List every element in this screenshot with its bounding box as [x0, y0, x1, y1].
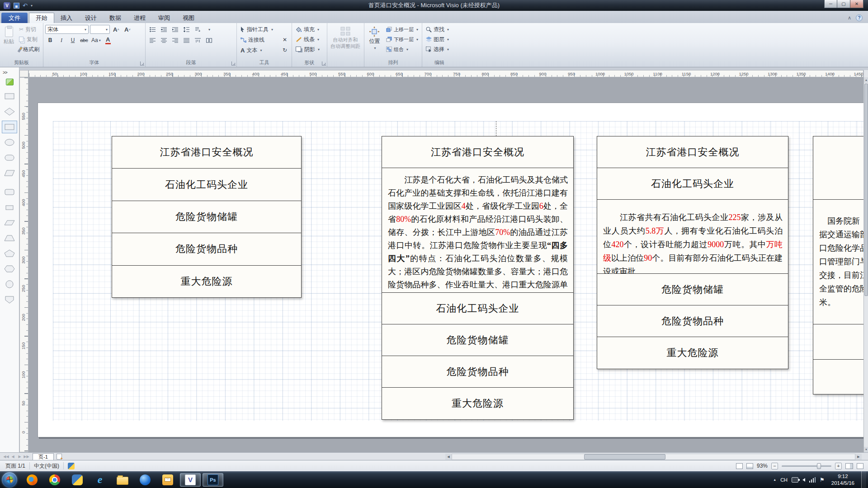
flow-box-province-intro[interactable]: 江苏省港口安全概况 江苏是个石化大省，石油化工码头及其仓储式石化产业的基础支撑和…	[382, 136, 574, 420]
previous-page-button[interactable]: ◀	[9, 455, 16, 459]
horizontal-scroll-thumb[interactable]	[584, 454, 665, 460]
align-center-button[interactable]	[159, 36, 169, 45]
vertical-scrollbar[interactable]: ▲ ▼	[863, 70, 868, 452]
position-button[interactable]: 位置▾	[366, 25, 383, 54]
shape-row[interactable]: 江苏省港口安全概况	[112, 136, 301, 169]
italic-button[interactable]: I	[57, 36, 66, 45]
page-tab[interactable]: 页-1	[33, 453, 54, 460]
maximize-button[interactable]: ▢	[837, 0, 850, 8]
undo-icon[interactable]: ↶	[23, 3, 28, 9]
line-button[interactable]: 线条▾	[294, 35, 325, 44]
stencil-shape-stadium[interactable]	[2, 151, 17, 164]
taskbar-photoshop-icon[interactable]: Ps	[203, 473, 223, 487]
shape-row[interactable]	[813, 360, 863, 394]
scroll-right-icon[interactable]: ▶	[855, 454, 862, 460]
freeform-tool-button[interactable]: ↻	[280, 46, 290, 55]
visio-app-icon[interactable]: V	[4, 2, 10, 9]
grow-font-button[interactable]: A˄	[111, 25, 121, 34]
stencil-shape-rectangle-2[interactable]	[2, 201, 17, 214]
language-bar-icon[interactable]	[68, 463, 75, 469]
justify-button[interactable]	[181, 36, 191, 45]
intro-paragraph[interactable]: 江苏是个石化大省，石油化工码头及其仓储式石化产业的基础支撑和生命线，依托沿江港口…	[382, 168, 573, 293]
stencil-shape-circle[interactable]	[2, 278, 17, 291]
page-indicator[interactable]: 页面 1/1	[0, 462, 25, 470]
page-width-view-icon[interactable]	[746, 463, 753, 469]
shape-row[interactable]: 危险货物品种	[382, 356, 573, 388]
help-icon[interactable]: ?	[856, 14, 863, 21]
ime-indicator[interactable]: CH	[780, 477, 788, 483]
increase-indent-button[interactable]	[170, 25, 180, 34]
taskbar-outlook-icon[interactable]	[157, 473, 178, 487]
font-dialog-launcher[interactable]	[140, 61, 144, 66]
taskbar-ie-icon[interactable]: e	[90, 473, 110, 487]
shadow-button[interactable]: 阴影▾	[294, 45, 325, 54]
taskbar-firefox-icon[interactable]	[22, 473, 42, 487]
stencil-shape-pentagon[interactable]	[2, 247, 17, 260]
hidden-icons-button[interactable]: ▲	[773, 478, 776, 481]
layers-button[interactable]: 图层▾	[424, 35, 455, 44]
shape-row[interactable]: 江苏省港口安全概况	[597, 136, 788, 168]
columns-button[interactable]	[204, 36, 214, 45]
network-icon[interactable]	[809, 477, 816, 483]
paragraph-dialog-launcher[interactable]	[231, 61, 236, 66]
fill-button[interactable]: 填充▾	[294, 25, 325, 34]
font-size-select[interactable]: ▾	[90, 25, 110, 34]
taskbar-chrome-icon[interactable]	[44, 473, 65, 487]
flow-box-clipped[interactable]: 国务院新《据交通运输部和口危险化学品安口管理部门与安交接，目前江苏全监管的危险货…	[813, 136, 863, 394]
shape-row[interactable]	[813, 324, 863, 360]
stencil-shape-rounded-rectangle[interactable]	[2, 186, 17, 198]
taskbar-python-icon[interactable]	[67, 473, 88, 487]
start-button[interactable]	[2, 472, 17, 488]
change-case-button[interactable]: Aa▾	[90, 36, 102, 45]
shape-row[interactable]: 危险货物储罐	[382, 324, 573, 356]
shrink-font-button[interactable]: A˅	[123, 25, 132, 34]
paragraph-options-button[interactable]: ▾	[204, 25, 214, 34]
shape-row[interactable]: 危险货物品种	[597, 305, 788, 337]
auto-align-button[interactable]: 自动对齐和 自动调整间距	[329, 25, 362, 50]
stencil-icon[interactable]	[6, 79, 14, 85]
font-name-select[interactable]: 宋体▾	[45, 25, 89, 34]
connector-button[interactable]: 连接线	[239, 35, 278, 44]
taskbar-visio-icon[interactable]: V	[180, 473, 201, 487]
close-button[interactable]: ✕	[850, 0, 863, 8]
cut-button[interactable]: ✂ 剪切	[17, 25, 41, 34]
shape-dialog-launcher[interactable]	[322, 61, 326, 66]
horizontal-scrollbar[interactable]: ◀ ▶	[445, 453, 862, 460]
last-page-button[interactable]: ▶▶	[23, 455, 30, 459]
shape-row[interactable]	[813, 136, 863, 200]
stencil-shape-trapezoid[interactable]	[2, 232, 17, 244]
shape-row[interactable]: 石油化工码头企业	[382, 293, 573, 324]
drawing-canvas[interactable]: 江苏省港口安全概况 石油化工码头企业 危险货物储罐 危险货物品种 重大危险源 江…	[28, 77, 863, 452]
shape-row[interactable]: 石油化工码头企业	[597, 168, 788, 200]
find-button[interactable]: 查找▾	[424, 25, 455, 34]
clipped-paragraph[interactable]: 国务院新《据交通运输部和口危险化学品安口管理部门与安交接，目前江苏全监管的危险货…	[813, 200, 863, 324]
bold-button[interactable]: B	[45, 36, 55, 45]
shape-row[interactable]: 危险货物品种	[112, 233, 301, 265]
shape-row[interactable]: 危险货物储罐	[597, 274, 788, 305]
stencil-shape-parallelogram[interactable]	[2, 167, 17, 179]
shape-row[interactable]: 重大危险源	[382, 388, 573, 419]
scroll-left-icon[interactable]: ◀	[445, 454, 452, 460]
shape-row[interactable]: 重大危险源	[597, 337, 788, 369]
vertical-ruler[interactable]: 550500450400350300250200150100500	[19, 77, 28, 452]
stencil-shape-ellipse[interactable]	[2, 136, 17, 149]
zoom-slider-thumb[interactable]	[817, 463, 821, 469]
stats-paragraph[interactable]: 江苏省共有石油化工码头企业225家，涉及从业人员大约5.8万人，拥有专业化石油化…	[597, 200, 788, 274]
keyboard-layout-icon[interactable]	[792, 477, 798, 483]
paste-button[interactable]: 粘贴	[2, 25, 16, 54]
horizontal-ruler[interactable]: 5010015020025030035040045050055060065070…	[28, 70, 863, 77]
tab-file[interactable]: 文件	[1, 13, 28, 23]
line-spacing-button[interactable]	[181, 25, 191, 34]
first-page-button[interactable]: ◀◀	[3, 455, 9, 459]
qat-dropdown-icon[interactable]: ▾	[31, 4, 33, 8]
group-shapes-button[interactable]: 组合▾	[384, 45, 420, 54]
format-painter-button[interactable]: 格式刷	[17, 45, 41, 54]
bring-forward-button[interactable]: 上移一层▾	[384, 25, 420, 34]
align-top-button[interactable]	[193, 36, 203, 45]
scroll-down-icon[interactable]: ▼	[864, 447, 868, 452]
drawing-page[interactable]: 江苏省港口安全概况 石油化工码头企业 危险货物储罐 危险货物品种 重大危险源 江…	[38, 103, 863, 437]
text-direction-button[interactable]	[193, 25, 203, 34]
scroll-up-icon[interactable]: ▲	[864, 77, 868, 83]
align-left-button[interactable]	[147, 36, 157, 45]
select-button[interactable]: 选择▾	[424, 45, 455, 54]
